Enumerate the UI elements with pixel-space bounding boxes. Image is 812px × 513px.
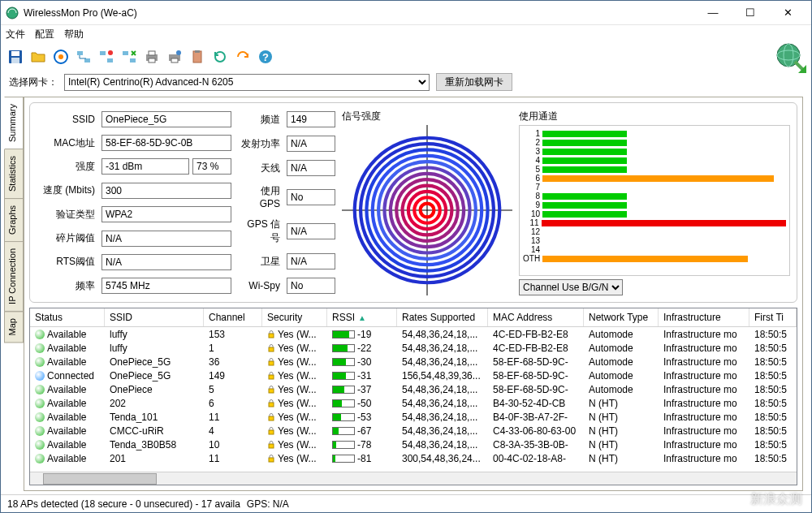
col-security[interactable]: Security (262, 308, 327, 326)
svg-rect-9 (107, 58, 113, 63)
col-ssid[interactable]: SSID (105, 308, 204, 326)
help-icon[interactable]: ? (256, 47, 275, 67)
svg-rect-19 (193, 51, 201, 63)
grid-body[interactable]: Availableluffy153Yes (W...-1954,48,36,24… (30, 327, 797, 472)
col-rssi[interactable]: RSSI▲ (327, 308, 397, 326)
net1-icon[interactable] (74, 47, 93, 67)
svg-rect-42 (269, 347, 274, 351)
channel-row: 2 (523, 138, 786, 147)
radar-header: 信号强度 (342, 110, 512, 123)
col-status[interactable]: Status (30, 308, 105, 326)
col-rates[interactable]: Rates Supported (397, 308, 488, 326)
col-nettype[interactable]: Network Type (584, 308, 659, 326)
auth-field: WPA2 (102, 206, 231, 222)
clipboard-icon[interactable] (188, 47, 207, 67)
svg-rect-50 (269, 458, 274, 462)
sat-field: N/A (287, 253, 335, 269)
status-gps: GPS: N/A (247, 498, 289, 510)
net2-icon[interactable] (97, 47, 116, 67)
channel-row: 12 (523, 227, 786, 236)
horizontal-scrollbar[interactable] (30, 472, 797, 485)
ssid-field: OnePiece_5G (102, 111, 231, 127)
channel-row: 7 (523, 183, 786, 192)
table-row[interactable]: ConnectedOnePiece_5G149Yes (W...-31156,5… (30, 369, 797, 382)
toolbar: ? (1, 43, 811, 71)
table-row[interactable]: AvailableOnePiece5Yes (W...-3754,48,36,2… (30, 382, 797, 396)
table-row[interactable]: Available2026Yes (W...-5054,48,36,24,18,… (30, 396, 797, 410)
col-infra[interactable]: Infrastructure (659, 308, 749, 326)
auth-label: 验证类型 (37, 208, 98, 222)
svg-rect-20 (195, 50, 200, 53)
channel-row: 1 (523, 129, 786, 138)
rts-label: RTS阈值 (37, 255, 98, 269)
svg-rect-2 (11, 51, 19, 56)
strength-label: 强度 (37, 160, 98, 174)
channel-row: 5 (523, 165, 786, 174)
speed-label: 速度 (Mbits) (37, 183, 98, 197)
svg-rect-49 (269, 444, 274, 448)
frag-label: 碎片阈值 (37, 231, 98, 245)
table-row[interactable]: AvailableOnePiece_5G36Yes (W...-3054,48,… (30, 355, 797, 369)
target-icon[interactable] (51, 47, 71, 67)
channel-row: OTH (523, 254, 786, 263)
statusbar: 18 APs detected (18 secure - 0 unsecured… (1, 494, 811, 512)
minimize-button[interactable]: — (694, 1, 732, 25)
svg-point-18 (176, 50, 181, 55)
table-row[interactable]: Availableluffy1Yes (W...-2254,48,36,24,1… (30, 341, 797, 355)
channel-row: 14 (523, 245, 786, 254)
table-row[interactable]: AvailableTenda_3B0B5810Yes (W...-7854,48… (30, 438, 797, 451)
rts-field: N/A (102, 254, 231, 270)
table-row[interactable]: Available20111Yes (W...-81300,54,48,36,2… (30, 451, 797, 465)
tab-graphs[interactable]: Graphs (4, 198, 24, 242)
menu-config[interactable]: 配置 (35, 28, 54, 41)
antenna-field: N/A (287, 160, 335, 176)
col-channel[interactable]: Channel (204, 308, 262, 326)
table-row[interactable]: AvailableTenda_10111Yes (W...-5354,48,36… (30, 410, 797, 424)
save-icon[interactable] (6, 47, 25, 67)
scroll-thumb[interactable] (43, 473, 157, 485)
channel-row: 10 (523, 209, 786, 218)
print-icon[interactable] (142, 47, 162, 67)
svg-rect-12 (130, 58, 136, 63)
svg-rect-45 (269, 389, 274, 393)
menu-file[interactable]: 文件 (6, 28, 25, 41)
sidetabs: Map IP Connection Graphs Statistics Summ… (4, 97, 24, 491)
mac-label: MAC地址 (37, 136, 98, 150)
reload-nic-button[interactable]: 重新加载网卡 (436, 73, 512, 91)
print2-icon[interactable] (165, 47, 184, 67)
close-button[interactable]: ✕ (769, 1, 806, 25)
table-row[interactable]: AvailableCMCC-uRiR4Yes (W...-6754,48,36,… (30, 424, 797, 438)
menu-help[interactable]: 帮助 (64, 28, 84, 41)
tab-map[interactable]: Map (4, 311, 24, 343)
maximize-button[interactable]: ☐ (732, 1, 769, 25)
tab-ipconn[interactable]: IP Connection (4, 241, 24, 312)
svg-rect-15 (149, 58, 155, 63)
channel-row: 4 (523, 156, 786, 165)
grid-header: Status SSID Channel Security RSSI▲ Rates… (30, 308, 797, 327)
sort-asc-icon: ▲ (358, 313, 366, 322)
svg-rect-11 (123, 51, 128, 55)
net3-icon[interactable] (119, 47, 139, 67)
wispy-label: Wi-Spy (238, 280, 283, 291)
table-row[interactable]: Availableluffy153Yes (W...-1954,48,36,24… (30, 327, 797, 341)
col-mac[interactable]: MAC Address (488, 308, 584, 326)
channel-mode-select[interactable]: Channel Use B/G/N (519, 279, 623, 295)
summary-panel: SSID OnePiece_5G MAC地址 58-EF-68-5D-9C-0B… (29, 102, 797, 303)
ssid-label: SSID (37, 114, 98, 125)
sat-label: 卫星 (238, 255, 283, 269)
channel-row: 6 (523, 174, 786, 183)
refresh2-icon[interactable] (233, 47, 253, 67)
refresh-icon[interactable] (210, 47, 230, 67)
nic-label: 选择网卡： (9, 75, 58, 89)
tab-statistics[interactable]: Statistics (4, 149, 24, 199)
tab-summary[interactable]: Summary (4, 97, 24, 149)
nic-select[interactable]: Intel(R) Centrino(R) Advanced-N 6205 (64, 74, 430, 91)
main-panel: SSID OnePiece_5G MAC地址 58-EF-68-5D-9C-0B… (24, 97, 803, 491)
gps-field: No (287, 189, 335, 205)
open-icon[interactable] (28, 47, 48, 67)
chan-field: 149 (287, 111, 335, 127)
col-first[interactable]: First Ti (749, 308, 797, 326)
gps-label: 使用 GPS (238, 184, 283, 209)
svg-rect-44 (269, 375, 274, 379)
channel-chart: 1234567891011121314OTH (519, 125, 790, 276)
